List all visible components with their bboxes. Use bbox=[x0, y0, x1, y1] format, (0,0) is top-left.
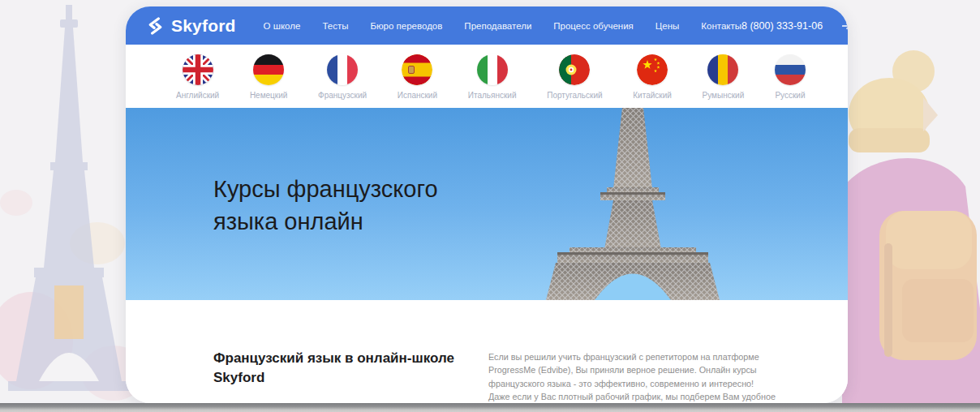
brand-name: Skyford bbox=[171, 16, 236, 36]
phone-number[interactable]: 8 (800) 333-91-06 bbox=[741, 20, 823, 32]
nav-translation-bureau[interactable]: Бюро переводов bbox=[370, 21, 442, 31]
about-section: Французский язык в онлайн-школе Skyford … bbox=[126, 300, 848, 403]
language-item-german[interactable]: Немецкий bbox=[250, 54, 288, 100]
flag-german-icon bbox=[253, 54, 284, 85]
logo[interactable]: Skyford bbox=[147, 16, 236, 36]
language-label: Китайский bbox=[633, 91, 672, 100]
flag-portuguese-icon bbox=[559, 54, 590, 85]
hero-section: Курсы французского языка онлайн bbox=[126, 108, 848, 300]
traveler-background bbox=[842, 0, 980, 412]
language-label: Итальянский bbox=[468, 91, 517, 100]
flag-romanian-icon bbox=[707, 54, 738, 85]
nav-teachers[interactable]: Преподаватели bbox=[464, 21, 531, 31]
flag-chinese-icon bbox=[637, 54, 668, 85]
nav-learning-process[interactable]: Процесс обучения bbox=[553, 21, 633, 31]
language-item-russian[interactable]: Русский bbox=[775, 54, 806, 100]
main-nav: О школе Тесты Бюро переводов Преподавате… bbox=[264, 21, 741, 31]
top-navbar: Skyford О школе Тесты Бюро переводов Пре… bbox=[126, 6, 848, 45]
navbar-right: 8 (800) 333-91-06 RU EN bbox=[741, 19, 848, 33]
flag-italian-icon bbox=[477, 54, 508, 85]
language-label: Русский bbox=[775, 91, 805, 100]
skyford-logo-icon bbox=[147, 17, 164, 35]
flag-spanish-icon bbox=[402, 54, 432, 85]
language-item-french[interactable]: Французский bbox=[318, 54, 367, 100]
hero-title: Курсы французского языка онлайн bbox=[213, 173, 461, 238]
flag-russian-icon bbox=[775, 54, 806, 85]
language-label: Португальский bbox=[547, 91, 602, 100]
nav-about-school[interactable]: О школе bbox=[264, 21, 301, 31]
watercolor-eiffel-background bbox=[0, 0, 138, 412]
language-label: Английский bbox=[176, 91, 219, 100]
language-item-romanian[interactable]: Румынский bbox=[703, 54, 745, 100]
language-item-english[interactable]: Английский bbox=[176, 54, 219, 100]
language-label: Испанский bbox=[398, 91, 437, 100]
nav-prices[interactable]: Цены bbox=[655, 21, 680, 31]
flag-english-icon bbox=[183, 54, 213, 85]
language-label: Французский bbox=[318, 91, 367, 100]
eiffel-tower-image bbox=[511, 108, 754, 300]
about-paragraph: Если вы решили учить французский с репет… bbox=[488, 350, 777, 403]
site-card: Skyford О школе Тесты Бюро переводов Пре… bbox=[126, 6, 848, 403]
nav-contacts[interactable]: Контакты bbox=[701, 21, 741, 31]
nav-tests[interactable]: Тесты bbox=[322, 21, 348, 31]
page: Skyford О школе Тесты Бюро переводов Пре… bbox=[0, 0, 980, 412]
language-item-chinese[interactable]: Китайский bbox=[633, 54, 672, 100]
language-item-italian[interactable]: Итальянский bbox=[468, 54, 517, 100]
flag-french-icon bbox=[327, 54, 358, 85]
language-label: Немецкий bbox=[250, 91, 288, 100]
about-heading: Французский язык в онлайн-школе Skyford bbox=[213, 349, 461, 388]
language-item-portuguese[interactable]: Португальский bbox=[547, 54, 602, 100]
bottom-edge-bar bbox=[0, 403, 980, 412]
languages-strip: Английский Немецкий Французский bbox=[126, 45, 848, 108]
language-label: Румынский bbox=[703, 91, 745, 100]
language-item-spanish[interactable]: Испанский bbox=[398, 54, 437, 100]
